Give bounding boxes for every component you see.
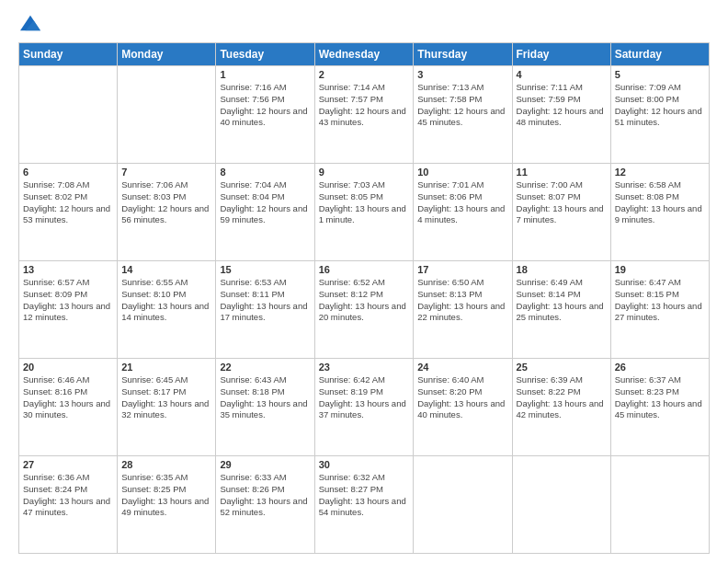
calendar-cell: 26Sunrise: 6:37 AM Sunset: 8:23 PM Dayli… — [610, 359, 709, 456]
header-monday: Monday — [118, 43, 216, 66]
day-number: 10 — [417, 167, 507, 178]
day-info: Sunrise: 7:11 AM Sunset: 7:59 PM Dayligh… — [517, 82, 607, 129]
day-info: Sunrise: 7:01 AM Sunset: 8:06 PM Dayligh… — [417, 179, 507, 226]
day-number: 18 — [517, 264, 607, 275]
day-number: 16 — [319, 264, 410, 275]
day-number: 19 — [615, 264, 705, 275]
calendar-cell: 9Sunrise: 7:03 AM Sunset: 8:05 PM Daylig… — [314, 164, 414, 261]
day-number: 24 — [417, 362, 507, 373]
header-tuesday: Tuesday — [216, 43, 314, 66]
day-number: 14 — [121, 264, 211, 275]
day-info: Sunrise: 6:57 AM Sunset: 8:09 PM Dayligh… — [23, 277, 113, 324]
calendar-cell: 24Sunrise: 6:40 AM Sunset: 8:20 PM Dayli… — [414, 359, 512, 456]
header — [18, 17, 710, 33]
day-info: Sunrise: 6:50 AM Sunset: 8:13 PM Dayligh… — [417, 277, 507, 324]
day-info: Sunrise: 7:00 AM Sunset: 8:07 PM Dayligh… — [517, 179, 607, 226]
day-number: 11 — [517, 167, 607, 178]
calendar-cell — [512, 456, 610, 554]
day-info: Sunrise: 7:14 AM Sunset: 7:57 PM Dayligh… — [319, 82, 410, 129]
day-info: Sunrise: 7:13 AM Sunset: 7:58 PM Dayligh… — [417, 82, 507, 129]
header-thursday: Thursday — [414, 43, 512, 66]
calendar-cell: 3Sunrise: 7:13 AM Sunset: 7:58 PM Daylig… — [414, 66, 512, 164]
calendar-cell: 23Sunrise: 6:42 AM Sunset: 8:19 PM Dayli… — [314, 359, 414, 456]
day-info: Sunrise: 6:36 AM Sunset: 8:24 PM Dayligh… — [23, 472, 113, 519]
day-number: 6 — [23, 167, 113, 178]
calendar-cell — [610, 456, 709, 554]
calendar-cell: 28Sunrise: 6:35 AM Sunset: 8:25 PM Dayli… — [118, 456, 216, 554]
calendar: Sunday Monday Tuesday Wednesday Thursday… — [18, 42, 710, 554]
calendar-cell: 5Sunrise: 7:09 AM Sunset: 8:00 PM Daylig… — [610, 66, 709, 164]
calendar-cell: 13Sunrise: 6:57 AM Sunset: 8:09 PM Dayli… — [19, 261, 118, 359]
calendar-cell: 10Sunrise: 7:01 AM Sunset: 8:06 PM Dayli… — [414, 164, 512, 261]
day-info: Sunrise: 6:39 AM Sunset: 8:22 PM Dayligh… — [517, 374, 607, 421]
day-info: Sunrise: 7:16 AM Sunset: 7:56 PM Dayligh… — [220, 82, 310, 129]
header-sunday: Sunday — [19, 43, 118, 66]
day-number: 9 — [319, 167, 410, 178]
calendar-week-3: 13Sunrise: 6:57 AM Sunset: 8:09 PM Dayli… — [19, 261, 710, 359]
calendar-week-4: 20Sunrise: 6:46 AM Sunset: 8:16 PM Dayli… — [19, 359, 710, 456]
header-friday: Friday — [512, 43, 610, 66]
calendar-cell: 22Sunrise: 6:43 AM Sunset: 8:18 PM Dayli… — [216, 359, 314, 456]
day-number: 13 — [23, 264, 113, 275]
day-info: Sunrise: 6:58 AM Sunset: 8:08 PM Dayligh… — [615, 179, 705, 226]
calendar-week-2: 6Sunrise: 7:08 AM Sunset: 8:02 PM Daylig… — [19, 164, 710, 261]
calendar-cell: 12Sunrise: 6:58 AM Sunset: 8:08 PM Dayli… — [610, 164, 709, 261]
calendar-cell: 30Sunrise: 6:32 AM Sunset: 8:27 PM Dayli… — [314, 456, 414, 554]
day-number: 12 — [615, 167, 705, 178]
day-number: 22 — [220, 362, 310, 373]
header-saturday: Saturday — [610, 43, 709, 66]
calendar-cell: 7Sunrise: 7:06 AM Sunset: 8:03 PM Daylig… — [118, 164, 216, 261]
calendar-cell — [118, 66, 216, 164]
calendar-cell: 11Sunrise: 7:00 AM Sunset: 8:07 PM Dayli… — [512, 164, 610, 261]
day-info: Sunrise: 6:40 AM Sunset: 8:20 PM Dayligh… — [417, 374, 507, 421]
day-info: Sunrise: 6:45 AM Sunset: 8:17 PM Dayligh… — [121, 374, 211, 421]
day-number: 23 — [319, 362, 410, 373]
calendar-cell: 29Sunrise: 6:33 AM Sunset: 8:26 PM Dayli… — [216, 456, 314, 554]
calendar-cell: 18Sunrise: 6:49 AM Sunset: 8:14 PM Dayli… — [512, 261, 610, 359]
calendar-cell: 14Sunrise: 6:55 AM Sunset: 8:10 PM Dayli… — [118, 261, 216, 359]
day-number: 20 — [23, 362, 113, 373]
day-number: 4 — [517, 69, 607, 80]
day-info: Sunrise: 6:55 AM Sunset: 8:10 PM Dayligh… — [121, 277, 211, 324]
day-number: 29 — [220, 459, 310, 470]
calendar-cell: 25Sunrise: 6:39 AM Sunset: 8:22 PM Dayli… — [512, 359, 610, 456]
day-number: 8 — [220, 167, 310, 178]
page: Sunday Monday Tuesday Wednesday Thursday… — [0, 0, 728, 563]
day-number: 30 — [319, 459, 410, 470]
day-number: 28 — [121, 459, 211, 470]
day-info: Sunrise: 6:49 AM Sunset: 8:14 PM Dayligh… — [517, 277, 607, 324]
calendar-cell: 2Sunrise: 7:14 AM Sunset: 7:57 PM Daylig… — [314, 66, 414, 164]
day-number: 15 — [220, 264, 310, 275]
day-number: 7 — [121, 167, 211, 178]
calendar-cell: 4Sunrise: 7:11 AM Sunset: 7:59 PM Daylig… — [512, 66, 610, 164]
day-info: Sunrise: 6:47 AM Sunset: 8:15 PM Dayligh… — [615, 277, 705, 324]
calendar-week-1: 1Sunrise: 7:16 AM Sunset: 7:56 PM Daylig… — [19, 66, 710, 164]
day-info: Sunrise: 6:52 AM Sunset: 8:12 PM Dayligh… — [319, 277, 410, 324]
day-number: 3 — [417, 69, 507, 80]
day-info: Sunrise: 7:03 AM Sunset: 8:05 PM Dayligh… — [319, 179, 410, 226]
calendar-cell: 15Sunrise: 6:53 AM Sunset: 8:11 PM Dayli… — [216, 261, 314, 359]
calendar-cell: 16Sunrise: 6:52 AM Sunset: 8:12 PM Dayli… — [314, 261, 414, 359]
calendar-cell: 8Sunrise: 7:04 AM Sunset: 8:04 PM Daylig… — [216, 164, 314, 261]
day-info: Sunrise: 7:04 AM Sunset: 8:04 PM Dayligh… — [220, 179, 310, 226]
day-number: 1 — [220, 69, 310, 80]
calendar-cell: 6Sunrise: 7:08 AM Sunset: 8:02 PM Daylig… — [19, 164, 118, 261]
calendar-header-row: Sunday Monday Tuesday Wednesday Thursday… — [19, 43, 710, 66]
calendar-cell — [19, 66, 118, 164]
calendar-cell: 21Sunrise: 6:45 AM Sunset: 8:17 PM Dayli… — [118, 359, 216, 456]
day-info: Sunrise: 6:33 AM Sunset: 8:26 PM Dayligh… — [220, 472, 310, 519]
day-info: Sunrise: 7:09 AM Sunset: 8:00 PM Dayligh… — [615, 82, 705, 129]
calendar-cell — [414, 456, 512, 554]
day-info: Sunrise: 6:35 AM Sunset: 8:25 PM Dayligh… — [121, 472, 211, 519]
calendar-cell: 17Sunrise: 6:50 AM Sunset: 8:13 PM Dayli… — [414, 261, 512, 359]
day-info: Sunrise: 6:43 AM Sunset: 8:18 PM Dayligh… — [220, 374, 310, 421]
day-number: 27 — [23, 459, 113, 470]
day-number: 26 — [615, 362, 705, 373]
logo-icon — [20, 13, 40, 33]
day-number: 25 — [517, 362, 607, 373]
calendar-cell: 27Sunrise: 6:36 AM Sunset: 8:24 PM Dayli… — [19, 456, 118, 554]
logo — [18, 17, 40, 33]
calendar-cell: 19Sunrise: 6:47 AM Sunset: 8:15 PM Dayli… — [610, 261, 709, 359]
calendar-cell: 20Sunrise: 6:46 AM Sunset: 8:16 PM Dayli… — [19, 359, 118, 456]
day-number: 17 — [417, 264, 507, 275]
